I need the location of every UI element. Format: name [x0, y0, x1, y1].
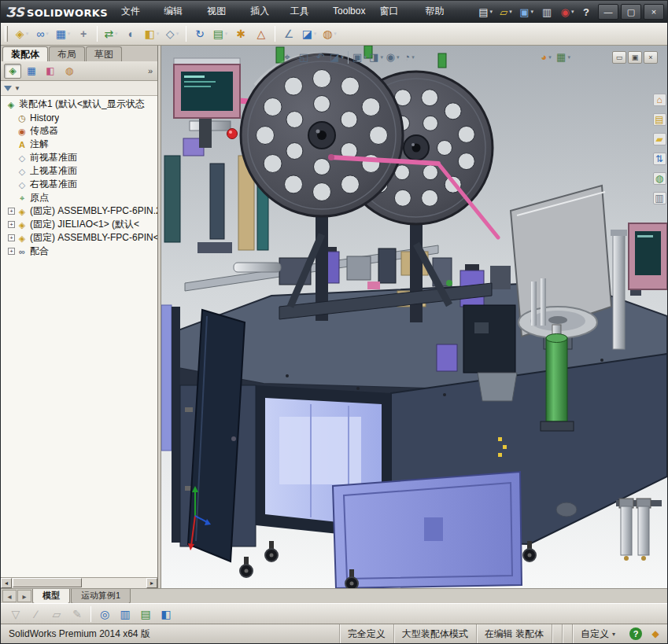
- minimize-button[interactable]: —: [598, 4, 618, 20]
- appearances-scenes-icon[interactable]: ◍: [653, 172, 666, 185]
- edit-appearance-icon[interactable]: ◕: [538, 50, 554, 64]
- panel-tab[interactable]: 装配体: [2, 46, 48, 61]
- insert-components-button[interactable]: ◈: [12, 24, 32, 43]
- tree-item[interactable]: 右视基准面: [1, 178, 157, 191]
- scroll-left-icon[interactable]: ◂: [1, 578, 12, 588]
- model-front-blue-door[interactable]: [333, 472, 522, 588]
- graphics-viewport[interactable]: ⌖ ◱ ↶ ◪: [161, 46, 667, 588]
- tree-item[interactable]: History: [1, 111, 157, 124]
- mate-button[interactable]: ∞: [32, 24, 53, 43]
- tree-item[interactable]: 装配体1 (默认<默认_显示状态: [1, 98, 157, 111]
- tree-item[interactable]: + (固定) ASSEMBLY-FPC-6PIN.2: [1, 204, 157, 218]
- filter-funnel-icon[interactable]: [4, 86, 12, 91]
- new-motion-study-button[interactable]: ↻: [190, 24, 210, 43]
- status-help-icon[interactable]: ?: [629, 627, 642, 640]
- panel-horizontal-scrollbar[interactable]: ◂ ▸: [1, 577, 157, 588]
- panel-tab[interactable]: 草图: [86, 46, 122, 61]
- feature-manager-tab-icon[interactable]: ◈: [4, 64, 21, 79]
- panel-overflow-chevron[interactable]: »: [148, 66, 154, 75]
- menu-item[interactable]: 编辑(E): [157, 1, 200, 23]
- model-left-reel[interactable]: [241, 54, 403, 216]
- appearance-display-icon[interactable]: ◧: [156, 605, 176, 624]
- model-tabs-scroll-right-icon[interactable]: ▸: [17, 590, 31, 602]
- assembly-features-button[interactable]: ◧: [142, 24, 162, 43]
- menu-item[interactable]: 工具(T): [283, 1, 326, 23]
- document-close-button[interactable]: ×: [644, 51, 658, 64]
- menu-item[interactable]: 视图(V): [200, 1, 243, 23]
- configuration-manager-tab-icon[interactable]: ◧: [42, 64, 59, 79]
- filter-edges-icon[interactable]: ∕: [26, 605, 46, 624]
- expand-toggle-icon[interactable]: +: [8, 248, 15, 255]
- document-restore-button[interactable]: ▣: [628, 51, 642, 64]
- scroll-right-icon[interactable]: ▸: [146, 578, 157, 588]
- interference-detection-button[interactable]: △: [251, 24, 271, 43]
- tree-item[interactable]: 传感器: [1, 124, 157, 138]
- assembly-visualization-icon[interactable]: ▥: [115, 605, 135, 624]
- display-style-icon[interactable]: ◨: [368, 50, 384, 64]
- model-tabs-scroll-left-icon[interactable]: ◂: [2, 590, 17, 602]
- panel-tab[interactable]: 布局: [49, 46, 85, 61]
- reference-geometry-button[interactable]: ◇: [162, 24, 183, 43]
- tree-item[interactable]: + (固定) ASSEMBLY-FPC-6PIN<: [1, 231, 157, 245]
- exploded-view-button[interactable]: ✱: [231, 24, 251, 43]
- zoom-fit-icon[interactable]: ⌖: [279, 50, 295, 64]
- magnified-selection-icon[interactable]: ◎: [94, 605, 115, 624]
- view-orientation-icon[interactable]: ▣: [352, 50, 367, 64]
- move-component-button[interactable]: ⇄: [101, 24, 121, 43]
- sketch-entities-icon[interactable]: ✎: [67, 605, 87, 624]
- menu-item[interactable]: 插入(I): [243, 1, 283, 23]
- filter-faces-icon[interactable]: ▱: [46, 605, 67, 624]
- property-manager-tab-icon[interactable]: ▦: [23, 64, 40, 79]
- measure-button[interactable]: ∠: [279, 24, 299, 43]
- custom-properties-icon[interactable]: ▥: [653, 192, 666, 204]
- design-library-icon[interactable]: ▤: [653, 113, 666, 126]
- appearances-button[interactable]: ◍: [319, 24, 340, 43]
- maximize-button[interactable]: ▢: [621, 4, 641, 20]
- document-minimize-button[interactable]: ▭: [612, 51, 626, 64]
- section-view-icon[interactable]: ◪: [329, 50, 345, 64]
- document-tab[interactable]: 模型: [32, 589, 70, 604]
- scrollbar-track[interactable]: [12, 578, 146, 588]
- performance-evaluation-icon[interactable]: ▤: [135, 605, 156, 624]
- tree-item[interactable]: + (固定) JIELIAO<1> (默认<: [1, 218, 157, 231]
- apply-scene-icon[interactable]: ▦: [555, 50, 571, 64]
- linear-component-pattern-button[interactable]: ▦: [53, 24, 73, 43]
- bill-of-materials-button[interactable]: ▤: [210, 24, 231, 43]
- model-white-post[interactable]: [611, 230, 627, 349]
- expand-toggle-icon[interactable]: +: [8, 221, 15, 228]
- view-settings-icon[interactable]: ◔: [401, 50, 417, 64]
- document-tab[interactable]: 运动算例1: [71, 589, 131, 604]
- expand-toggle-icon[interactable]: +: [8, 208, 15, 215]
- solidworks-resources-icon[interactable]: ⌂: [653, 94, 666, 106]
- view-palette-icon[interactable]: ⇅: [653, 153, 666, 165]
- menu-item[interactable]: 文件(F): [114, 1, 157, 23]
- quick-tips-icon[interactable]: ◆: [648, 628, 662, 639]
- close-button[interactable]: ×: [644, 4, 664, 20]
- hide-show-items-icon[interactable]: ◉: [385, 50, 400, 64]
- show-hidden-components-button[interactable]: ◐: [121, 24, 142, 43]
- tree-item[interactable]: + 配合: [1, 245, 157, 258]
- tree-item[interactable]: 上视基准面: [1, 164, 157, 178]
- open-icon[interactable]: ▱: [496, 3, 515, 20]
- toolbar-grip[interactable]: [5, 26, 8, 42]
- graphics-canvas[interactable]: [161, 46, 667, 588]
- expand-toggle-icon[interactable]: +: [8, 234, 15, 241]
- tree-item[interactable]: 原点: [1, 191, 157, 204]
- zoom-area-icon[interactable]: ◱: [296, 50, 312, 64]
- file-explorer-icon[interactable]: ▰: [653, 133, 666, 145]
- previous-view-icon[interactable]: ↶: [312, 50, 328, 64]
- tree-item[interactable]: 前视基准面: [1, 151, 157, 164]
- section-tool-button[interactable]: ◪: [299, 24, 319, 43]
- model-right-hmi-screen[interactable]: [629, 223, 667, 296]
- options-icon[interactable]: ◉: [558, 3, 577, 20]
- status-custom-dropdown[interactable]: 自定义: [572, 624, 623, 643]
- menu-item[interactable]: 窗口(W): [372, 1, 418, 23]
- display-manager-tab-icon[interactable]: ◍: [61, 64, 78, 79]
- scrollbar-thumb[interactable]: [13, 578, 82, 587]
- smart-fasteners-button[interactable]: +: [73, 24, 94, 43]
- menu-item[interactable]: Toolbox: [326, 1, 372, 23]
- help-button[interactable]: ?: [577, 6, 596, 18]
- filter-dropdown-icon[interactable]: ▼: [14, 85, 20, 92]
- selection-filter-toggle-icon[interactable]: ▽: [6, 605, 26, 624]
- new-document-icon[interactable]: ▤: [476, 3, 495, 20]
